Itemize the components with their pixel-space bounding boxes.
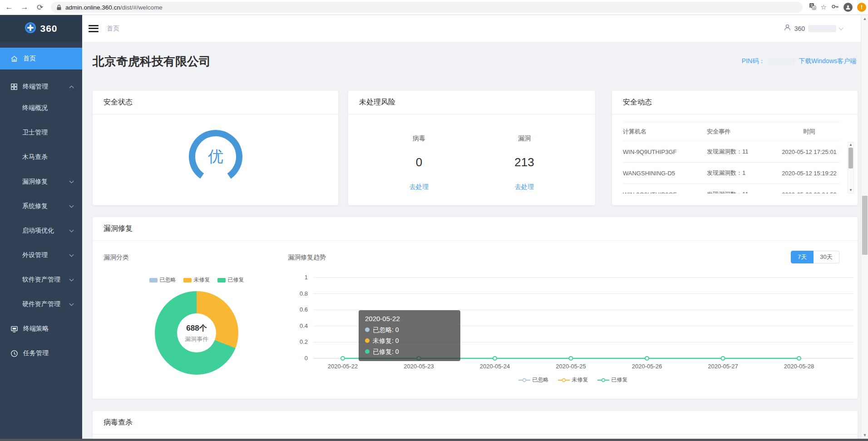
browser-forward-icon[interactable]: → — [18, 1, 31, 13]
legend-item[interactable]: 已忽略 — [149, 276, 176, 284]
sidebar-item-label: 启动项优化 — [22, 227, 54, 235]
legend-item[interactable]: 未修复 — [558, 376, 588, 384]
risk-vuln-label: 漏洞 — [518, 134, 531, 143]
sidebar-item-trojan-scan[interactable]: 木马查杀 — [0, 145, 82, 169]
pin-label: PIN码： — [742, 57, 765, 65]
risk-virus-handle-link[interactable]: 去处理 — [409, 183, 429, 191]
sidebar-item-task-management[interactable]: 任务管理 — [0, 341, 82, 366]
svg-text:A: A — [813, 6, 815, 10]
svg-text:0: 0 — [305, 355, 308, 362]
computer-name-cell: WIN-9Q9UTHIP3GF — [623, 191, 707, 194]
redacted-pin-value — [769, 58, 795, 65]
app-root: ← → ⟳ admin.online.360.cn/dist/#/welcome… — [0, 0, 868, 441]
user-dropdown[interactable]: 360 — [784, 24, 843, 33]
tooltip-row: 未修复: 0 — [365, 335, 454, 346]
events-table-scrollbar[interactable]: ▲ ▼ — [848, 142, 854, 193]
sidebar-item-startup-optimization[interactable]: 启动项优化 — [0, 218, 82, 243]
event-cell: 发现漏洞数：11 — [707, 190, 779, 193]
legend-label: 已修复 — [228, 276, 244, 284]
legend-marker — [217, 278, 226, 282]
sidebar-item-hardware-asset-management[interactable]: 硬件资产管理 — [0, 292, 82, 317]
scroll-up-icon[interactable]: ▲ — [861, 16, 868, 21]
url-bar[interactable]: admin.online.360.cn/dist/#/welcome — [51, 2, 803, 13]
tooltip-series-value: 已忽略: 0 — [373, 324, 399, 335]
sidebar-item-vuln-fix[interactable]: 漏洞修复 — [0, 169, 82, 194]
chevron-down-icon — [69, 203, 74, 208]
browser-reload-icon[interactable]: ⟳ — [34, 1, 46, 13]
chevron-down-icon — [69, 277, 74, 281]
sidebar-item-system-fix[interactable]: 系统修复 — [0, 194, 82, 218]
legend-item[interactable]: 已忽略 — [518, 376, 549, 384]
sidebar-item-terminal-overview[interactable]: 终端概况 — [0, 96, 82, 120]
trend-chart-title: 漏洞修复趋势 — [288, 253, 326, 262]
bookmark-star-icon[interactable]: ☆ — [821, 3, 827, 11]
legend-label: 未修复 — [194, 276, 210, 284]
table-row: WIN-9Q9UTHIP3GF发现漏洞数：112020-05-02 09:34:… — [623, 184, 840, 193]
legend-label: 已忽略 — [533, 376, 549, 384]
sidebar-item-home[interactable]: 首页 — [0, 48, 82, 69]
column-header: 计算机名 — [623, 128, 707, 136]
range-button-7天[interactable]: 7天 — [791, 251, 814, 263]
user-name: 360 — [794, 25, 805, 32]
donut-center: 688个 漏洞事件 — [177, 313, 216, 352]
url-domain: admin.online.360.cn — [65, 4, 120, 11]
gauge-grade-text: 优 — [186, 127, 245, 186]
page-scrollbar[interactable]: ▲ ▼ — [861, 15, 868, 439]
chevron-up-icon — [69, 85, 74, 90]
legend-marker — [149, 278, 158, 282]
topbar: 首页 360 — [82, 15, 861, 42]
browser-back-icon[interactable]: ← — [3, 1, 15, 13]
legend-item[interactable]: 已修复 — [597, 376, 628, 384]
tooltip-row: 已忽略: 0 — [365, 324, 454, 335]
legend-label: 已忽略 — [160, 276, 176, 284]
sidebar-item-guard-management[interactable]: 卫士管理 — [0, 120, 82, 145]
chart-tooltip: 2020-05-22 已忽略: 0未修复: 0已修复: 0 — [359, 310, 460, 361]
sidebar-menu: 首页终端管理终端概况卫士管理木马查杀漏洞修复系统修复启动项优化外设管理软件资产管… — [0, 42, 82, 366]
tooltip-series-value: 已修复: 0 — [373, 346, 399, 357]
chevron-down-icon — [69, 178, 74, 183]
risk-virus-label: 病毒 — [413, 134, 425, 143]
table-header-row: 计算机名安全事件时间 — [623, 122, 840, 141]
risk-body: 病毒 0 去处理 漏洞 213 去处理 — [348, 114, 595, 205]
sidebar-item-terminal-policy[interactable]: 终端策略 — [0, 317, 82, 341]
tooltip-series-dot — [365, 327, 370, 332]
table-row: WANGSHINING-D5发现漏洞数：12020-05-12 15:19:22 — [623, 163, 840, 184]
scrollbar-thumb[interactable] — [862, 196, 868, 255]
legend-item[interactable]: 已修复 — [217, 276, 244, 284]
risk-vuln-value: 213 — [514, 155, 534, 169]
scroll-down-icon[interactable]: ▼ — [861, 433, 868, 437]
security-gauge: 优 — [186, 127, 245, 186]
sidebar-item-label: 终端管理 — [23, 83, 48, 91]
scroll-down-icon[interactable]: ▼ — [849, 188, 853, 192]
breadcrumb[interactable]: 首页 — [107, 25, 119, 33]
sidebar-item-label: 漏洞修复 — [22, 178, 48, 186]
taskbar-edge — [0, 439, 868, 441]
pie-legend: 已忽略未修复已修复 — [119, 276, 274, 284]
browser-profile-avatar[interactable] — [843, 3, 853, 12]
virus-scan-card: 病毒查杀 — [93, 411, 858, 439]
sidebar-item-software-asset-management[interactable]: 软件资产管理 — [0, 268, 82, 292]
risk-vuln-handle-link[interactable]: 去处理 — [515, 183, 534, 191]
lock-icon — [56, 5, 62, 10]
scroll-up-icon[interactable]: ▲ — [849, 143, 853, 147]
computer-name-cell: WIN-9Q9UTHIP3GF — [623, 149, 707, 155]
sidebar-item-peripheral-management[interactable]: 外设管理 — [0, 243, 82, 268]
svg-text:2020-05-26: 2020-05-26 — [632, 363, 662, 370]
donut-center-value: 688个 — [186, 323, 207, 333]
svg-text:2020-05-24: 2020-05-24 — [480, 363, 510, 370]
sidebar-item-label: 任务管理 — [23, 349, 49, 357]
legend-item[interactable]: 未修复 — [183, 276, 210, 284]
svg-text:0.8: 0.8 — [300, 290, 308, 297]
download-windows-client-link[interactable]: 下载Windows客户端 — [799, 57, 856, 65]
scrollbar-thumb[interactable] — [848, 148, 853, 168]
pin-row: PIN码： 下载Windows客户端 — [742, 57, 856, 65]
sidebar-item-label: 终端策略 — [23, 325, 49, 333]
translate-icon[interactable]: 文A — [809, 3, 816, 12]
sidebar-item-terminal-management[interactable]: 终端管理 — [0, 78, 82, 96]
range-button-30天[interactable]: 30天 — [813, 251, 839, 263]
hamburger-menu-icon[interactable] — [89, 25, 99, 32]
key-icon[interactable] — [831, 3, 839, 12]
sidebar: 360 首页终端管理终端概况卫士管理木马查杀漏洞修复系统修复启动项优化外设管理软… — [0, 15, 82, 439]
browser-alert-badge[interactable]: ! — [857, 3, 866, 12]
sidebar-item-label: 终端概况 — [22, 104, 48, 112]
